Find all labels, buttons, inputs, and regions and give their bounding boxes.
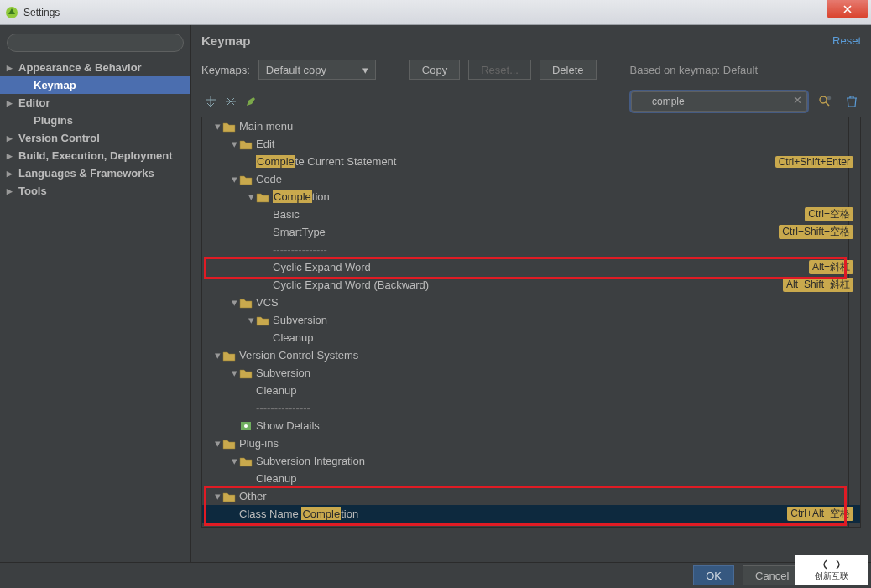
tree-action[interactable]: Cleanup — [202, 329, 860, 346]
chevron-right-icon: ▸ — [7, 167, 13, 180]
sidebar-item-keymap[interactable]: Keymap — [0, 76, 190, 94]
keymaps-combo[interactable]: Default copy ▾ — [258, 60, 376, 80]
tree-folder[interactable]: ▾Subversion — [202, 311, 860, 329]
find-action-icon[interactable] — [816, 92, 834, 111]
tree-label: SmartType — [273, 226, 326, 238]
tree-action[interactable]: Cyclic Expand Word (Backward)Alt+Shift+斜… — [202, 276, 860, 294]
tree-action[interactable]: Class Name CompletionCtrl+Alt+空格 — [202, 505, 860, 523]
sidebar-item-version-control[interactable]: ▸Version Control — [0, 129, 190, 147]
sidebar-item-plugins[interactable]: Plugins — [0, 112, 190, 129]
separator: --------------- — [256, 402, 310, 414]
tree-search-input[interactable] — [631, 91, 807, 112]
tree-label: Plug-ins — [239, 437, 279, 450]
tree-action[interactable]: Show Details — [202, 417, 860, 434]
sidebar-item-label: Keymap — [34, 79, 76, 91]
tree-folder[interactable]: ▾Other — [202, 487, 860, 505]
page-title: Keymap — [201, 34, 250, 48]
tree-folder[interactable]: ▾Code — [202, 170, 860, 188]
tree-label: Class Name Completion — [239, 507, 358, 520]
close-button[interactable] — [827, 0, 868, 18]
reset-link[interactable]: Reset — [832, 34, 861, 47]
sidebar-item-languages-frameworks[interactable]: ▸Languages & Frameworks — [0, 164, 190, 182]
tree-action[interactable]: SmartTypeCtrl+Shift+空格 — [202, 223, 860, 241]
collapse-all-icon[interactable] — [222, 92, 240, 111]
sidebar-item-label: Appearance & Behavior — [18, 61, 142, 74]
tree-action[interactable]: --------------- — [202, 399, 860, 417]
tree-label: Other — [239, 490, 267, 502]
tree-action[interactable]: Cleanup — [202, 382, 860, 399]
tree-label: Cleanup — [256, 472, 296, 485]
expand-all-icon[interactable] — [201, 92, 220, 111]
tree-action[interactable]: BasicCtrl+空格 — [202, 206, 860, 223]
sidebar: ▸Appearance & BehaviorKeymap▸EditorPlugi… — [0, 25, 191, 562]
chevron-down-icon: ▾ — [229, 367, 239, 379]
shortcut-badge: Alt+斜杠 — [809, 260, 853, 274]
shortcut-badge: Ctrl+Alt+空格 — [787, 507, 853, 521]
sidebar-item-label: Version Control — [18, 132, 100, 144]
chevron-down-icon: ▾ — [212, 349, 222, 362]
tree-folder[interactable]: ▾Subversion Integration — [202, 452, 860, 470]
based-on-label: Based on keymap: Default — [630, 64, 758, 76]
svg-point-2 — [827, 96, 832, 101]
tree-folder[interactable]: ▾Subversion — [202, 364, 860, 382]
tree-action[interactable]: Cleanup — [202, 470, 860, 487]
sidebar-search-input[interactable] — [7, 34, 184, 52]
svg-point-4 — [244, 424, 248, 428]
tree-action[interactable]: --------------- — [202, 241, 860, 258]
shortcut-badge: Ctrl+Shift+Enter — [775, 156, 853, 168]
copy-button[interactable]: Copy — [409, 60, 460, 80]
app-icon — [5, 6, 18, 19]
tree-folder[interactable]: ▾Completion — [202, 188, 860, 206]
sidebar-item-tools[interactable]: ▸Tools — [0, 182, 190, 200]
shortcut-badge: Alt+Shift+斜杠 — [783, 278, 853, 292]
chevron-down-icon: ▾ — [362, 64, 368, 76]
shortcut-badge: Ctrl+空格 — [805, 207, 853, 221]
tree-folder[interactable]: ▾Plug-ins — [202, 434, 860, 452]
tree-label: Subversion Integration — [256, 455, 365, 467]
tree-label: Cyclic Expand Word (Backward) — [273, 278, 429, 291]
tree-label: Basic — [273, 208, 300, 221]
dialog-footer: OK Cancel Apply — [0, 562, 871, 588]
chevron-right-icon: ▸ — [7, 61, 13, 74]
sidebar-item-build-execution-deployment[interactable]: ▸Build, Execution, Deployment — [0, 147, 190, 164]
svg-point-1 — [820, 96, 827, 103]
clear-search-icon[interactable]: ✕ — [793, 94, 802, 107]
tree-folder[interactable]: ▾Version Control Systems — [202, 346, 860, 364]
tree-action[interactable]: Cyclic Expand WordAlt+斜杠 — [202, 258, 860, 276]
tree-label: Cleanup — [256, 384, 296, 397]
chevron-down-icon: ▾ — [246, 314, 256, 326]
cancel-button[interactable]: Cancel — [743, 565, 801, 585]
keymap-tree[interactable]: ▾Main menu▾EditComplete Current Statemen… — [201, 117, 861, 528]
tree-folder[interactable]: ▾Main menu — [202, 117, 860, 135]
sidebar-item-appearance-behavior[interactable]: ▸Appearance & Behavior — [0, 59, 190, 76]
chevron-down-icon: ▾ — [229, 138, 239, 150]
sidebar-item-editor[interactable]: ▸Editor — [0, 94, 190, 112]
separator: --------------- — [273, 243, 327, 256]
window-title: Settings — [23, 7, 60, 18]
ok-button[interactable]: OK — [693, 565, 734, 585]
trash-icon[interactable] — [842, 92, 861, 111]
sidebar-item-label: Languages & Frameworks — [18, 167, 154, 180]
close-icon — [842, 4, 853, 14]
chevron-down-icon: ▾ — [212, 437, 222, 450]
content-pane: Keymap Reset Keymaps: Default copy ▾ Cop… — [191, 25, 871, 562]
tree-folder[interactable]: ▾Edit — [202, 135, 860, 153]
sidebar-item-label: Editor — [18, 96, 50, 109]
delete-button[interactable]: Delete — [540, 60, 597, 80]
chevron-right-icon: ▸ — [7, 132, 13, 144]
tree-label: Complete Current Statement — [256, 155, 396, 168]
tree-label: Cyclic Expand Word — [273, 261, 371, 273]
tree-action[interactable]: Complete Current StatementCtrl+Shift+Ent… — [202, 153, 860, 170]
edit-icon[interactable] — [242, 92, 260, 111]
tree-label: Subversion — [273, 314, 327, 326]
tree-label: Cleanup — [273, 331, 313, 344]
sidebar-item-label: Build, Execution, Deployment — [18, 149, 172, 162]
titlebar: Settings — [0, 0, 871, 25]
tree-folder[interactable]: ▾VCS — [202, 294, 860, 311]
tree-label: Version Control Systems — [239, 349, 358, 362]
chevron-right-icon: ▸ — [7, 185, 13, 197]
reset-button[interactable]: Reset... — [468, 60, 531, 80]
keymaps-value: Default copy — [266, 64, 326, 76]
chevron-right-icon: ▸ — [7, 96, 13, 109]
chevron-down-icon: ▾ — [229, 296, 239, 309]
